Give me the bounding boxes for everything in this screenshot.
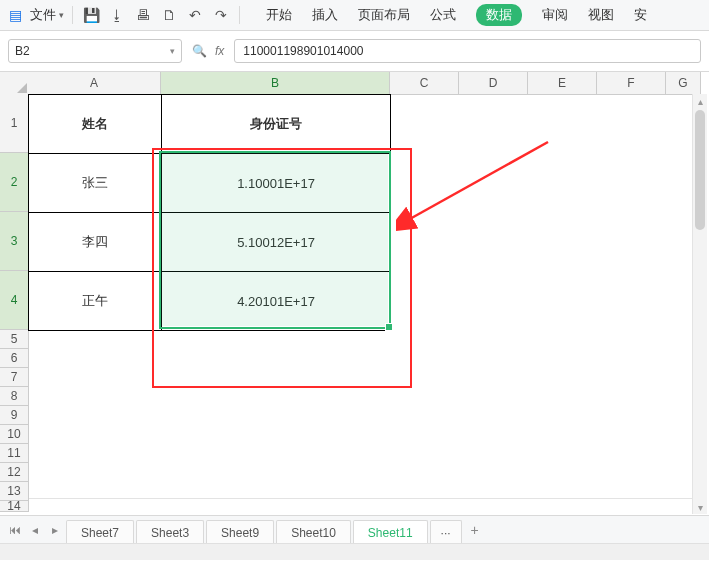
row-header-1[interactable]: 1	[0, 94, 29, 153]
lookup-icon[interactable]: 🔍	[192, 44, 207, 58]
ribbon-tab-页面布局[interactable]: 页面布局	[358, 6, 410, 24]
ribbon-tabs: 开始插入页面布局公式数据审阅视图安	[266, 4, 647, 26]
menubar: ▤ 文件 ▾ 💾 ⭳ 🖶 🗋 ↶ ↷ 开始插入页面布局公式数据审阅视图安	[0, 0, 709, 31]
sheet-area: ABCDEFG 1234567891011121314 姓名身份证号张三1.10…	[0, 72, 709, 560]
sheet-nav-next-icon[interactable]: ▸	[46, 521, 64, 539]
scroll-up-icon[interactable]: ▴	[693, 94, 707, 108]
name-box[interactable]: B2 ▾	[8, 39, 182, 63]
table-header-cell[interactable]: 姓名	[29, 95, 162, 154]
separator	[72, 6, 73, 24]
formula-bar-icons: 🔍 fx	[192, 44, 224, 58]
scroll-track[interactable]	[693, 108, 707, 500]
file-menu-button[interactable]: 文件 ▾	[30, 6, 64, 24]
column-header-C[interactable]: C	[390, 72, 459, 95]
vertical-scrollbar[interactable]: ▴ ▾	[692, 94, 707, 514]
row-header-3[interactable]: 3	[0, 212, 30, 271]
table-cell[interactable]: 4.20101E+17	[162, 272, 390, 330]
separator	[239, 6, 240, 24]
sheet-tab-Sheet3[interactable]: Sheet3	[136, 520, 204, 545]
chevron-down-icon: ▾	[170, 46, 175, 56]
scroll-thumb[interactable]	[695, 110, 705, 230]
ribbon-tab-审阅[interactable]: 审阅	[542, 6, 568, 24]
column-header-F[interactable]: F	[597, 72, 666, 95]
column-header-E[interactable]: E	[528, 72, 597, 95]
table-header-cell[interactable]: 身份证号	[162, 95, 390, 154]
column-header-G[interactable]: G	[666, 72, 701, 95]
file-menu-label: 文件	[30, 6, 56, 24]
sheet-tab-Sheet7[interactable]: Sheet7	[66, 520, 134, 545]
name-box-value: B2	[15, 44, 30, 58]
row-header-12[interactable]: 12	[0, 463, 29, 482]
sheet-tab-Sheet9[interactable]: Sheet9	[206, 520, 274, 545]
ribbon-tab-插入[interactable]: 插入	[312, 6, 338, 24]
row-header-11[interactable]: 11	[0, 444, 29, 463]
redo-icon[interactable]: ↷	[211, 5, 231, 25]
sheet-tab-Sheet11[interactable]: Sheet11	[353, 520, 428, 545]
row-header-5[interactable]: 5	[0, 330, 29, 349]
ribbon-tab-视图[interactable]: 视图	[588, 6, 614, 24]
chevron-down-icon: ▾	[59, 10, 64, 20]
save-icon[interactable]: 💾	[81, 5, 101, 25]
status-bar	[0, 543, 709, 560]
ribbon-tab-公式[interactable]: 公式	[430, 6, 456, 24]
row-header-8[interactable]: 8	[0, 387, 29, 406]
data-table: 姓名身份证号张三1.10001E+17李四5.10012E+17正午4.2010…	[28, 94, 391, 331]
sheet-nav-prev-icon[interactable]: ◂	[26, 521, 44, 539]
table-cell[interactable]: 张三	[29, 154, 162, 213]
table-cell[interactable]: 1.10001E+17	[162, 154, 390, 213]
formula-bar-row: B2 ▾ 🔍 fx 110001198901014000	[0, 31, 709, 72]
row-header-4[interactable]: 4	[0, 271, 30, 330]
undo-icon[interactable]: ↶	[185, 5, 205, 25]
table-cell[interactable]: 李四	[29, 213, 162, 272]
export-icon[interactable]: ⭳	[107, 5, 127, 25]
sheet-nav-first-icon[interactable]: ⏮	[6, 521, 24, 539]
home-icon[interactable]: ▤	[6, 6, 24, 24]
scroll-down-icon[interactable]: ▾	[693, 500, 707, 514]
formula-input-value: 110001198901014000	[243, 44, 363, 58]
table-cell[interactable]: 5.10012E+17	[162, 213, 390, 272]
sheet-tab-Sheet10[interactable]: Sheet10	[276, 520, 351, 545]
print-icon[interactable]: 🖶	[133, 5, 153, 25]
formula-input[interactable]: 110001198901014000	[234, 39, 701, 63]
column-header-D[interactable]: D	[459, 72, 528, 95]
sheet-tabs-more[interactable]: ···	[430, 520, 462, 545]
row-header-6[interactable]: 6	[0, 349, 29, 368]
ribbon-tab-数据[interactable]: 数据	[476, 4, 522, 26]
sheet-tab-bar: ⏮ ◂ ▸ Sheet7Sheet3Sheet9Sheet10Sheet11 ·…	[0, 515, 709, 544]
fx-icon[interactable]: fx	[215, 44, 224, 58]
ribbon-tab-安[interactable]: 安	[634, 6, 647, 24]
column-header-B[interactable]: B	[161, 72, 390, 96]
row-header-10[interactable]: 10	[0, 425, 29, 444]
row-header-2[interactable]: 2	[0, 153, 30, 212]
column-headers: ABCDEFG	[28, 72, 701, 94]
select-all-corner[interactable]	[0, 72, 29, 95]
preview-icon[interactable]: 🗋	[159, 5, 179, 25]
column-header-A[interactable]: A	[28, 72, 161, 95]
row-header-7[interactable]: 7	[0, 368, 29, 387]
row-header-9[interactable]: 9	[0, 406, 29, 425]
table-cell[interactable]: 正午	[29, 272, 162, 330]
row-headers: 1234567891011121314	[0, 94, 28, 512]
row-header-14[interactable]: 14	[0, 501, 29, 512]
ribbon-tab-开始[interactable]: 开始	[266, 6, 292, 24]
add-sheet-button[interactable]: +	[464, 519, 486, 541]
